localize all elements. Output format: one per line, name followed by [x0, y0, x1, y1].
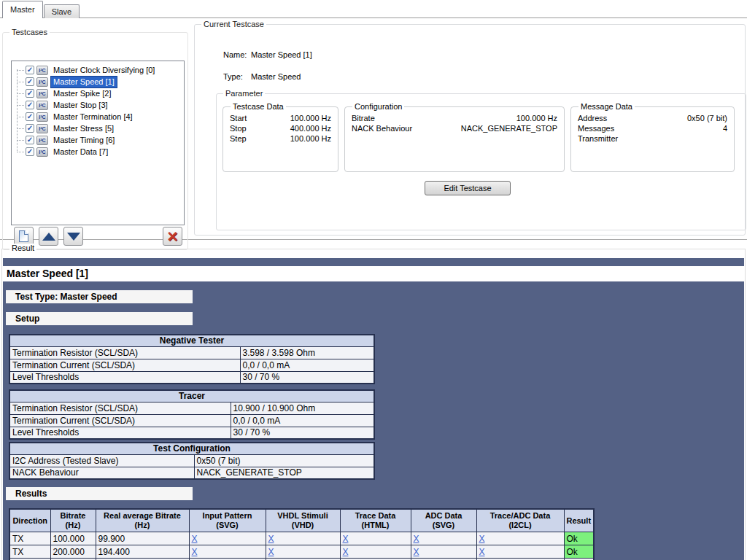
checkbox-checked-icon[interactable]: ✓ — [26, 147, 34, 156]
tree-item-master-spike[interactable]: ✓ I²C Master Spike [2] — [12, 88, 184, 99]
i2c-icon: I²C — [36, 124, 48, 133]
result-group: Master Speed [1] Test Type: Master Speed… — [1, 249, 746, 560]
tree-item-master-data[interactable]: ✓ I²C Master Data [7] — [12, 146, 184, 158]
tree-item-master-timing[interactable]: ✓ I²C Master Timing [6] — [12, 134, 184, 146]
tab-slave[interactable]: Slave — [44, 4, 80, 18]
edit-testcase-button[interactable]: Edit Testcase — [425, 181, 511, 195]
tree-item-label[interactable]: Master Spike [2] — [51, 88, 113, 99]
tree-item-label[interactable]: Master Clock Diversifying [0] — [51, 65, 157, 76]
table-row: Termination Resistor (SCL/SDA) 3.598 / 3… — [9, 346, 374, 359]
param-value: 4 — [723, 123, 727, 133]
testcase-tree[interactable]: ✓ I²C Master Clock Diversifying [0] ✓ I²… — [11, 61, 185, 225]
setting-value: 3.598 / 3.598 Ohm — [240, 346, 374, 359]
table-header: Negative Tester — [9, 335, 374, 346]
input-pattern-cell: X — [189, 532, 266, 545]
type-value: Master Speed — [251, 72, 301, 81]
i2c-icon: I²C — [36, 77, 48, 87]
setting-label: Termination Current (SCL/SDA) — [9, 414, 231, 427]
tree-item-master-clock-diversifying[interactable]: ✓ I²C Master Clock Diversifying [0] — [12, 64, 184, 76]
setting-value: 0,0 / 0,0 mA — [240, 359, 374, 371]
table-header: Test Configuration — [9, 443, 374, 454]
trace-adc-data-link[interactable]: X — [479, 534, 485, 544]
tree-connector-stub — [17, 128, 24, 129]
test-configuration-table: Test Configuration I2C Address (Tested S… — [9, 442, 375, 480]
type-label: Type: — [223, 72, 243, 81]
move-down-button[interactable] — [63, 227, 83, 246]
checkbox-checked-icon[interactable]: ✓ — [26, 77, 34, 86]
tree-item-label[interactable]: Master Data [7] — [51, 147, 110, 158]
arrow-down-icon — [67, 233, 80, 241]
tree-connector-stub — [17, 152, 24, 152]
tree-item-label[interactable]: Master Speed [1] — [51, 77, 117, 88]
new-document-icon — [19, 230, 28, 242]
trace-adc-data-link[interactable]: X — [479, 547, 485, 557]
input-pattern-link[interactable]: X — [192, 547, 198, 557]
tree-item-label[interactable]: Master Stop [3] — [51, 100, 110, 111]
checkbox-checked-icon[interactable]: ✓ — [26, 124, 34, 133]
delete-x-icon: ✕ — [167, 230, 179, 244]
tracer-table: Tracer Termination Resistor (SCL/SDA) 10… — [9, 389, 375, 440]
adc-data-link[interactable]: X — [414, 547, 419, 557]
trace-data-link[interactable]: X — [343, 534, 349, 544]
checkbox-checked-icon[interactable]: ✓ — [26, 136, 34, 144]
setting-value: 10.900 / 10.900 Ohm — [231, 402, 374, 414]
tree-item-label[interactable]: Master Stress [5] — [51, 123, 116, 134]
setting-label: Level Thresholds — [9, 427, 231, 439]
tree-connector-stub — [17, 105, 24, 106]
i2c-icon: I²C — [36, 112, 48, 122]
param-label: Bitrate — [352, 113, 375, 123]
param-row-messages: Messages 4 — [578, 123, 727, 133]
setup-heading: Setup — [6, 312, 193, 325]
col-vhdl-stimuli: VHDL Stimuli(VHD) — [266, 509, 340, 532]
checkbox-checked-icon[interactable]: ✓ — [26, 66, 34, 74]
table-row: Level Thresholds 30 / 70 % — [9, 371, 374, 384]
tree-item-master-stress[interactable]: ✓ I²C Master Stress [5] — [12, 122, 184, 134]
results-row-1: TX 100.000 99.900 X X X X X Ok — [9, 532, 594, 545]
results-table: Direction Bitrate(Hz) Real average Bitra… — [9, 508, 595, 560]
param-label: Start — [230, 113, 247, 123]
table-row: I2C Address (Tested Slave) 0x50 (7 bit) — [9, 454, 374, 467]
checkbox-checked-icon[interactable]: ✓ — [26, 101, 34, 109]
tree-connector-stub — [17, 140, 24, 141]
setting-label: NACK Behaviour — [9, 467, 194, 479]
tree-connector-stub — [17, 70, 24, 71]
tree-item-master-speed[interactable]: ✓ I²C Master Speed [1] — [12, 76, 184, 88]
param-row-stop: Stop 400.000 Hz — [230, 123, 331, 133]
col-trace-data: Trace Data(HTML) — [340, 509, 411, 532]
col-direction: Direction — [9, 509, 50, 532]
tree-connector-line — [17, 69, 18, 152]
message-data-panel: Message Data Address 0x50 (7 bit) Messag… — [570, 106, 735, 172]
tree-item-label[interactable]: Master Termination [4] — [51, 112, 135, 122]
tree-item-master-stop[interactable]: ✓ I²C Master Stop [3] — [12, 99, 184, 111]
adc-data-link[interactable]: X — [414, 534, 419, 544]
tree-item-master-termination[interactable]: ✓ I²C Master Termination [4] — [12, 111, 184, 122]
tab-bar: Master Slave — [2, 1, 80, 18]
tree-connector-stub — [17, 82, 24, 82]
direction-cell: TX — [9, 545, 50, 559]
tree-item-label[interactable]: Master Timing [6] — [51, 135, 117, 146]
col-real-average-bitrate: Real average Bitrate(Hz) — [96, 509, 189, 532]
param-row-nack: NACK Behaviour NACK_GENERATE_STOP — [352, 123, 557, 133]
i2c-icon: I²C — [36, 136, 48, 145]
result-group-label: Result — [9, 244, 36, 252]
bitrate-cell: 200.000 — [50, 545, 96, 559]
input-pattern-link[interactable]: X — [192, 534, 198, 544]
parameter-legend: Parameter — [223, 89, 265, 98]
vhdl-stimuli-link[interactable]: X — [268, 547, 274, 557]
tab-master[interactable]: Master — [2, 1, 43, 18]
checkbox-checked-icon[interactable]: ✓ — [26, 89, 34, 98]
col-bitrate: Bitrate(Hz) — [50, 509, 96, 532]
param-value: 100.000 Hz — [290, 113, 331, 123]
vhdl-stimuli-link[interactable]: X — [268, 534, 274, 544]
move-up-button[interactable] — [39, 227, 58, 246]
col-result: Result — [564, 509, 594, 532]
i2c-icon: I²C — [36, 101, 48, 110]
trace-data-link[interactable]: X — [343, 547, 349, 557]
parameter-group: Parameter Testcase Data Start 100.000 Hz… — [216, 93, 746, 230]
param-row-step: Step 100.000 Hz — [230, 133, 331, 144]
param-label: Stop — [230, 123, 247, 133]
name-value: Master Speed [1] — [251, 50, 312, 59]
delete-testcase-button[interactable]: ✕ — [163, 227, 182, 246]
checkbox-checked-icon[interactable]: ✓ — [26, 112, 34, 121]
trace-adc-data-cell: X — [476, 545, 564, 559]
